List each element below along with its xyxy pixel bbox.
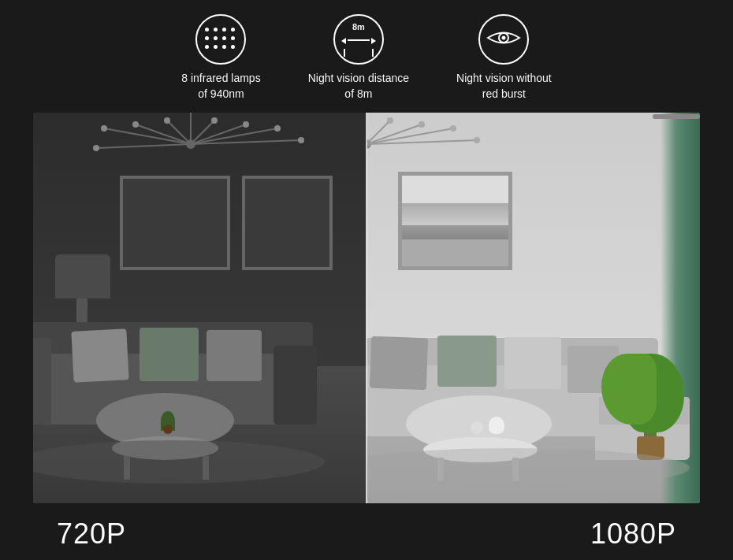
svg-point-12 (101, 125, 107, 132)
svg-point-35 (474, 137, 480, 143)
svg-point-19 (93, 145, 99, 151)
svg-point-1 (502, 36, 506, 40)
dot (205, 36, 209, 40)
label-1080p: 1080P (590, 517, 676, 551)
ruler-icon: 8m (341, 22, 376, 57)
left-panel-720p (33, 113, 366, 503)
dot (205, 45, 209, 49)
distance-label: Night vision distance of 8m (308, 71, 409, 102)
distance-feature: 8m Night vision distance of 8m (308, 14, 409, 102)
svg-point-33 (419, 121, 425, 128)
dot (214, 28, 218, 32)
infrared-icon (195, 14, 246, 65)
night-vision-feature: Night vision without red burst (456, 14, 552, 102)
dot (231, 36, 235, 40)
lamp-shade (55, 254, 110, 299)
cushion-r-white (504, 337, 561, 389)
frame-left-1 (120, 176, 230, 270)
curtain-rod (653, 114, 700, 119)
picture-frame-right (398, 172, 512, 270)
dot (214, 36, 218, 40)
dot (214, 45, 218, 49)
cushion-green (140, 328, 199, 381)
chandelier-left-svg (57, 113, 325, 184)
bracket (344, 49, 374, 57)
svg-point-13 (132, 121, 139, 128)
cushion-r-light (437, 336, 497, 387)
cushion-r-checkered (370, 336, 428, 390)
eye-icon (478, 14, 529, 65)
infrared-label: 8 infrared lamps of 940nm (181, 71, 260, 102)
feature-icons-row: 8 infrared lamps of 940nm 8m Night visio… (0, 0, 733, 113)
svg-point-17 (274, 125, 281, 132)
dot (222, 28, 226, 32)
dot (205, 28, 209, 32)
dot (231, 28, 235, 32)
bracket-tick-right (372, 49, 374, 57)
right-panel-1080p (366, 113, 700, 503)
bracket-tick-left (344, 49, 345, 57)
eye-svg (486, 26, 521, 50)
svg-point-16 (243, 121, 249, 128)
svg-point-15 (211, 117, 218, 124)
dot (222, 45, 226, 49)
svg-point-34 (450, 125, 456, 132)
label-720p: 720P (57, 517, 126, 551)
infrared-feature: 8 infrared lamps of 940nm (181, 14, 260, 102)
distance-icon: 8m (333, 14, 384, 65)
distance-measurement: 8m (352, 22, 365, 32)
mountain-art (402, 176, 508, 266)
svg-point-18 (298, 137, 304, 143)
svg-point-32 (387, 117, 393, 124)
distance-line (341, 33, 376, 47)
dot (222, 36, 226, 40)
plant-pot-left (163, 425, 173, 434)
teapot (489, 417, 504, 434)
comparison-divider (366, 113, 367, 503)
comparison-image (33, 113, 700, 503)
sofa-arm-left (33, 338, 51, 425)
dots-grid-icon (205, 28, 237, 51)
arrow-left-icon (341, 33, 346, 47)
cushion-checkered (71, 328, 128, 383)
svg-line-26 (366, 124, 422, 144)
dot (231, 45, 235, 49)
quality-labels-row: 720P 1080P (33, 508, 700, 560)
frame-left-2 (242, 176, 333, 270)
arrow-right-icon (371, 33, 376, 47)
cup1 (471, 421, 483, 434)
svg-point-14 (164, 117, 170, 124)
svg-line-8 (191, 124, 246, 144)
armchair-side-left (273, 346, 317, 425)
ruler-line (348, 39, 370, 41)
svg-line-11 (96, 144, 191, 148)
eye-svg-container (486, 26, 521, 53)
svg-line-5 (136, 124, 191, 144)
night-vision-label: Night vision without red burst (456, 71, 552, 102)
cushion-grey (207, 330, 262, 381)
